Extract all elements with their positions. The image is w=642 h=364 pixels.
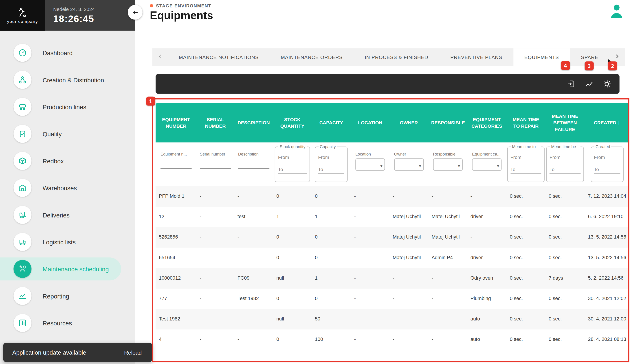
- filter-owner: Owner▾: [390, 142, 428, 186]
- table-cell: -: [390, 189, 428, 204]
- filter-select[interactable]: ▾: [433, 158, 462, 171]
- filter-select[interactable]: ▾: [472, 158, 502, 171]
- sidebar-item-quality[interactable]: Quality: [0, 122, 121, 145]
- tab-equipments[interactable]: EQUIPMENTS: [514, 48, 570, 66]
- column-header-equipment-number[interactable]: EQUIPMENT NUMBER: [156, 116, 196, 130]
- logistic-truck-icon: [14, 233, 32, 251]
- sidebar-item-reporting[interactable]: Reporting: [0, 284, 121, 308]
- table-row[interactable]: 12-test11-Matej UchytilMatej Uchytildriv…: [156, 207, 629, 227]
- column-header-owner[interactable]: OWNER: [390, 120, 428, 126]
- sidebar-item-redbox[interactable]: Redbox: [0, 150, 121, 172]
- sidebar-item-creation-distribution[interactable]: Creation & Distribution: [0, 68, 121, 91]
- table-cell: driver: [467, 210, 506, 225]
- table-cell: -: [467, 230, 506, 245]
- table-cell: 0: [312, 230, 351, 245]
- sidebar-item-logistic-lists[interactable]: Logistic lists: [0, 230, 121, 253]
- filter-select-field: Equipment ca...▾: [472, 152, 502, 171]
- settings-gear-icon: [603, 80, 612, 88]
- column-header-location[interactable]: LOCATION: [351, 120, 389, 126]
- filter-legend: Created: [594, 144, 612, 149]
- filter-select-field: Responsible▾: [433, 152, 462, 171]
- column-header-serial-number[interactable]: SERIAL NUMBER: [197, 116, 234, 130]
- table-row[interactable]: PFP Mold 1--00----0 sec.0 sec.7. 12. 202…: [156, 186, 629, 207]
- table-cell: Test 1982: [234, 291, 273, 306]
- sidebar-item-label: Production lines: [43, 104, 86, 110]
- filter-to-input[interactable]: To: [510, 163, 542, 174]
- table-cell: 0 sec.: [546, 250, 585, 266]
- export-button[interactable]: [562, 75, 580, 93]
- filter-label: Equipment ca...: [472, 152, 502, 158]
- tabs-scroll-right-button[interactable]: [610, 48, 625, 66]
- sidebar-item-deliveries[interactable]: Deliveries: [0, 204, 121, 226]
- filter-to-input[interactable]: To: [594, 163, 620, 174]
- table-cell: driver: [467, 250, 506, 266]
- table-cell: -: [351, 312, 389, 327]
- tab-preventive-plans[interactable]: PREVENTIVE PLANS: [439, 48, 514, 66]
- tab-maintenance-orders[interactable]: MAINTENANCE ORDERS: [270, 48, 354, 66]
- back-button[interactable]: [128, 5, 142, 20]
- filter-text-field[interactable]: Equipment n...: [160, 152, 192, 169]
- filter-to-input[interactable]: To: [278, 163, 307, 174]
- table-row[interactable]: 10000012-FC09null1---Odry oven0 sec.7 da…: [156, 268, 629, 288]
- filter-from-input[interactable]: From: [594, 151, 620, 161]
- table-row[interactable]: 4--0100---auto0 sec.0 sec.28. 4. 2021 08…: [156, 330, 629, 350]
- filter-text-field[interactable]: Description: [238, 152, 269, 169]
- table-cell: 777: [156, 291, 196, 306]
- filter-from-input[interactable]: From: [510, 151, 542, 161]
- tab-spare[interactable]: SPARE: [570, 48, 610, 66]
- filter-from-input[interactable]: From: [550, 151, 580, 161]
- table-cell: -: [351, 250, 389, 266]
- chevron-down-icon: ▾: [380, 164, 382, 168]
- column-header-stock-quantity[interactable]: STOCK QUANTITY: [273, 116, 312, 130]
- sidebar-item-resources[interactable]: Resources: [0, 312, 121, 334]
- sidebar-item-maintenance-scheduling[interactable]: Maintenance scheduling: [0, 258, 121, 280]
- table-body: PFP Mold 1--00----0 sec.0 sec.7. 12. 202…: [156, 186, 629, 350]
- tab-strip: MAINTENANCE NOTIFICATIONSMAINTENANCE ORD…: [152, 48, 625, 66]
- sidebar-item-label: Warehouses: [43, 184, 77, 192]
- table-cell: 0 sec.: [506, 189, 545, 204]
- sidebar-item-warehouses[interactable]: Warehouses: [0, 176, 121, 199]
- table-row[interactable]: 5262856--00-Matej UchytilMatej Uchytil-0…: [156, 227, 629, 248]
- filter-to-input[interactable]: To: [318, 163, 344, 174]
- column-header-equipment-categories[interactable]: EQUIPMENT CATEGORIES: [467, 116, 506, 130]
- table-row[interactable]: 777-Test 198200---Plumbing0 sec.0 sec.30…: [156, 288, 629, 309]
- filter-select[interactable]: ▾: [355, 158, 385, 171]
- column-header-created[interactable]: CREATED↓: [585, 119, 630, 126]
- table-cell: 30. 4. 2021 12:02: [585, 291, 630, 306]
- column-header-responsible[interactable]: RESPONSIBLE: [428, 120, 467, 126]
- tabs-scroll-left-button[interactable]: [152, 48, 168, 66]
- table-cell: 0: [273, 189, 312, 204]
- quality-clipboard-icon: [14, 125, 32, 143]
- filter-from-input[interactable]: From: [318, 151, 344, 161]
- filter-from-input[interactable]: From: [278, 151, 307, 161]
- column-header-mean-time-between-failure[interactable]: MEAN TIME BETWEEN FAILURE: [546, 113, 585, 133]
- table-cell: -: [351, 291, 389, 306]
- filter-select[interactable]: ▾: [394, 158, 424, 171]
- sidebar-item-dashboard[interactable]: Dashboard: [0, 41, 121, 64]
- filter-input[interactable]: [200, 158, 231, 168]
- table-cell: Matej Uchytil: [390, 250, 428, 266]
- filter-input[interactable]: [160, 158, 192, 168]
- tab-in-process-finished[interactable]: IN PROCESS & FINISHED: [354, 48, 439, 66]
- sidebar-item-production-lines[interactable]: Production lines: [0, 96, 121, 118]
- settings-gear-button[interactable]: [598, 75, 616, 93]
- filter-mean-time-to-repair: Mean time to ...FromTo: [506, 142, 545, 186]
- table-cell: 4: [156, 332, 196, 348]
- filter-input[interactable]: [238, 158, 269, 168]
- filter-to-input[interactable]: To: [550, 163, 580, 174]
- table-header-row: EQUIPMENT NUMBERSERIAL NUMBERDESCRIPTION…: [156, 103, 629, 142]
- sidebar-item-label: Dashboard: [43, 49, 73, 56]
- table-cell: 0 sec.: [506, 291, 545, 306]
- table-row[interactable]: Test 1982--null50---auto0 sec.0 sec.30. …: [156, 309, 629, 330]
- column-header-capacity[interactable]: CAPACITY: [312, 120, 351, 126]
- tab-maintenance-notifications[interactable]: MAINTENANCE NOTIFICATIONS: [168, 48, 270, 66]
- column-header-description[interactable]: DESCRIPTION: [234, 120, 273, 126]
- filter-text-field[interactable]: Serial number: [200, 152, 231, 169]
- reload-button[interactable]: Reload: [122, 347, 144, 358]
- filter-range-field: CreatedFromTo: [590, 144, 623, 182]
- account-icon[interactable]: [609, 3, 624, 20]
- column-header-label: CAPACITY: [320, 120, 343, 125]
- column-header-mean-time-to-repair[interactable]: MEAN TIME TO REPAIR: [506, 116, 545, 130]
- analytics-button[interactable]: [580, 75, 598, 93]
- table-row[interactable]: 651654--00-Matej UchytilAdmin P4driver0 …: [156, 248, 629, 268]
